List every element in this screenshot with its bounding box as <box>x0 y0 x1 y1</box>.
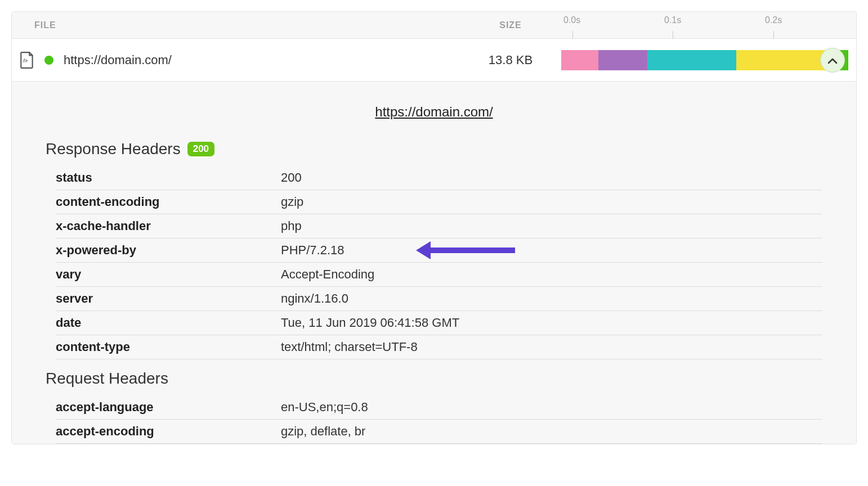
collapse-button[interactable] <box>820 48 845 73</box>
tick-label: 0.1s <box>664 15 681 25</box>
svg-text:/>: /> <box>24 58 28 64</box>
file-url: https://domain.com/ <box>64 53 172 68</box>
tick-label: 0.2s <box>765 15 782 25</box>
header-key: accept-language <box>56 400 281 415</box>
document-icon: /> <box>20 52 34 69</box>
timing-segment <box>736 50 825 70</box>
header-file: FILE <box>20 20 460 30</box>
header-row: status200 <box>56 166 822 190</box>
header-value: Tue, 11 Jun 2019 06:41:58 GMT <box>281 316 822 330</box>
header-value: nginx/1.16.0 <box>281 291 822 306</box>
header-value: php <box>281 219 822 233</box>
header-key: x-cache-handler <box>56 219 281 233</box>
status-badge: 200 <box>187 142 214 156</box>
file-cell: /> https://domain.com/ <box>20 52 460 69</box>
request-panel: FILE SIZE 0.0s 0.1s 0.2s /> https://doma… <box>11 11 857 444</box>
timeline-bar <box>561 39 848 82</box>
tick-label: 0.0s <box>563 15 580 25</box>
section-title-text: Request Headers <box>46 370 168 388</box>
details-section: https://domain.com/ Response Headers 200… <box>12 82 856 444</box>
request-headers-title: Request Headers <box>46 370 822 388</box>
annotation-arrow <box>416 241 515 259</box>
table-row[interactable]: /> https://domain.com/ 13.8 KB <box>12 39 856 82</box>
response-headers-title: Response Headers 200 <box>46 140 822 158</box>
arrow-head-icon <box>416 241 431 259</box>
tick-mark <box>572 31 573 39</box>
header-key: status <box>56 170 281 185</box>
header-size: SIZE <box>460 20 561 30</box>
header-value: PHP/7.2.18 <box>281 243 822 258</box>
header-row: content-typetext/html; charset=UTF-8 <box>56 335 822 359</box>
header-key: server <box>56 291 281 306</box>
header-row: content-encodinggzip <box>56 190 822 214</box>
header-row: accept-encodinggzip, deflate, br <box>56 420 822 444</box>
timing-segment <box>561 50 598 70</box>
header-value: gzip <box>281 195 822 209</box>
header-value: en-US,en;q=0.8 <box>281 400 822 415</box>
arrow-line <box>431 248 515 253</box>
header-value: Accept-Encoding <box>281 267 822 282</box>
section-title-text: Response Headers <box>46 140 181 158</box>
file-size: 13.8 KB <box>460 53 561 68</box>
tick-mark <box>673 31 673 39</box>
header-key: content-encoding <box>56 195 281 209</box>
header-row: accept-languageen-US,en;q=0.8 <box>56 395 822 420</box>
chevron-up-icon <box>827 53 838 68</box>
header-timeline: 0.0s 0.1s 0.2s <box>561 12 848 39</box>
status-dot-icon <box>44 56 53 65</box>
detail-url[interactable]: https://domain.com/ <box>46 104 822 120</box>
header-key: accept-encoding <box>56 424 281 439</box>
response-headers-table: status200content-encodinggzipx-cache-han… <box>56 166 822 359</box>
table-header: FILE SIZE 0.0s 0.1s 0.2s <box>12 12 856 39</box>
header-row: varyAccept-Encoding <box>56 263 822 287</box>
header-row: x-powered-byPHP/7.2.18 <box>56 238 822 263</box>
header-row: servernginx/1.16.0 <box>56 287 822 311</box>
header-key: x-powered-by <box>56 243 281 258</box>
waterfall-bar <box>561 50 848 70</box>
header-row: x-cache-handlerphp <box>56 214 822 238</box>
header-key: date <box>56 316 281 330</box>
tick-mark <box>773 31 774 39</box>
header-key: content-type <box>56 340 281 354</box>
timing-segment <box>647 50 736 70</box>
request-headers-table: accept-languageen-US,en;q=0.8accept-enco… <box>56 395 822 444</box>
header-value: 200 <box>281 170 822 185</box>
header-row: dateTue, 11 Jun 2019 06:41:58 GMT <box>56 311 822 335</box>
header-value: text/html; charset=UTF-8 <box>281 340 822 354</box>
header-key: vary <box>56 267 281 282</box>
header-value: gzip, deflate, br <box>281 424 822 439</box>
timing-segment <box>598 50 647 70</box>
